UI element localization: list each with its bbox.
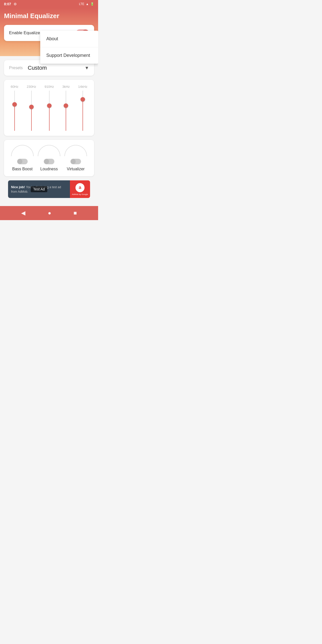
- nav-bar: ◀ ● ■: [0, 206, 98, 220]
- dropdown-arrow-icon[interactable]: ▼: [85, 65, 89, 71]
- slider-14khz[interactable]: [80, 91, 86, 131]
- virtualizer-item: Virtualizer: [64, 145, 87, 171]
- header-area: Minimal Equalizer About Support Developm…: [0, 8, 98, 56]
- slider-60hz[interactable]: [12, 91, 18, 131]
- loudness-knob[interactable]: [38, 145, 60, 156]
- bass-boost-label: Bass Boost: [12, 167, 33, 171]
- effects-card: Bass Boost Loudness Virtualizer: [4, 140, 94, 176]
- ad-content: Nice job! You're displaying a test ad fr…: [8, 180, 70, 198]
- eq-band-230hz: 230Hz: [27, 85, 36, 131]
- gear-icon: ⚙: [14, 2, 17, 6]
- bass-boost-item: Bass Boost: [11, 145, 34, 171]
- main-content: Presets Custom ▼ 60Hz 230Hz: [0, 56, 98, 206]
- battery-icon: 🔋: [90, 2, 94, 6]
- loudness-item: Loudness: [38, 145, 60, 171]
- lte-icon: LTE: [79, 2, 84, 6]
- app-title: Minimal Equalizer: [4, 8, 94, 25]
- ad-logo-circle: a: [75, 183, 85, 192]
- slider-fill-3khz: [66, 107, 66, 131]
- band-label-3khz: 3kHz: [62, 85, 70, 89]
- loudness-toggle-thumb: [44, 159, 49, 164]
- eq-band-60hz: 60Hz: [11, 85, 18, 131]
- slider-track-14khz: [83, 91, 83, 131]
- nav-home-icon[interactable]: ●: [48, 210, 51, 216]
- slider-thumb-910hz: [47, 103, 52, 108]
- signal-icon: ▲: [86, 2, 89, 6]
- ad-test-label: Test Ad: [31, 186, 47, 192]
- effects-row: Bass Boost Loudness Virtualizer: [9, 145, 89, 171]
- presets-label: Presets: [9, 66, 23, 70]
- virtualizer-label: Virtualizer: [67, 167, 85, 171]
- menu-item-support[interactable]: Support Development: [40, 47, 98, 64]
- slider-track-3khz: [66, 91, 66, 131]
- virtualizer-knob[interactable]: [64, 145, 87, 156]
- eq-band-910hz: 910Hz: [45, 85, 54, 131]
- loudness-toggle[interactable]: [44, 159, 54, 164]
- slider-thumb-230hz: [29, 105, 34, 109]
- presets-value: Custom: [28, 65, 85, 71]
- virtualizer-toggle[interactable]: [70, 159, 81, 164]
- status-time: 8:07: [4, 2, 11, 6]
- band-label-230hz: 230Hz: [27, 85, 36, 89]
- status-icons: LTE ▲ 🔋: [79, 2, 94, 6]
- loudness-label: Loudness: [40, 167, 58, 171]
- slider-thumb-3khz: [64, 103, 68, 108]
- ad-banner[interactable]: Nice job! You're displaying a test ad fr…: [8, 180, 90, 198]
- dropdown-menu: About Support Development: [40, 31, 98, 64]
- ad-logo-text: AdMob by Google: [72, 193, 88, 195]
- slider-thumb-14khz: [80, 97, 85, 102]
- bass-boost-toggle[interactable]: [17, 159, 28, 164]
- ad-bold-text: Nice job!: [11, 185, 25, 189]
- slider-thumb-60hz: [12, 102, 17, 107]
- ad-logo-letter: a: [79, 185, 81, 190]
- virtualizer-toggle-thumb: [71, 159, 76, 164]
- slider-track-60hz: [14, 91, 15, 131]
- slider-fill-14khz: [83, 101, 83, 131]
- bass-boost-toggle-thumb: [17, 159, 22, 164]
- band-label-60hz: 60Hz: [11, 85, 18, 89]
- eq-band-3khz: 3kHz: [62, 85, 70, 131]
- menu-item-about[interactable]: About: [40, 31, 98, 47]
- slider-fill-60hz: [14, 106, 15, 131]
- band-label-14khz: 14kHz: [78, 85, 87, 89]
- bass-boost-knob[interactable]: [11, 145, 34, 156]
- ad-logo: a AdMob by Google: [70, 180, 90, 198]
- slider-fill-230hz: [31, 108, 32, 131]
- eq-band-14khz: 14kHz: [78, 85, 87, 131]
- slider-910hz[interactable]: [46, 91, 52, 131]
- slider-track-230hz: [31, 91, 32, 131]
- band-label-910hz: 910Hz: [45, 85, 54, 89]
- nav-back-icon[interactable]: ◀: [21, 210, 25, 216]
- enable-eq-label: Enable Equalizer: [9, 30, 42, 35]
- status-bar: 8:07 ⚙ LTE ▲ 🔋: [0, 0, 98, 8]
- nav-recent-icon[interactable]: ■: [73, 210, 77, 216]
- slider-230hz[interactable]: [28, 91, 34, 131]
- eq-bands-card: 60Hz 230Hz: [4, 80, 94, 136]
- eq-bands: 60Hz 230Hz: [7, 85, 92, 131]
- slider-track-910hz: [49, 91, 50, 131]
- slider-3khz[interactable]: [63, 91, 69, 131]
- slider-fill-910hz: [49, 107, 50, 131]
